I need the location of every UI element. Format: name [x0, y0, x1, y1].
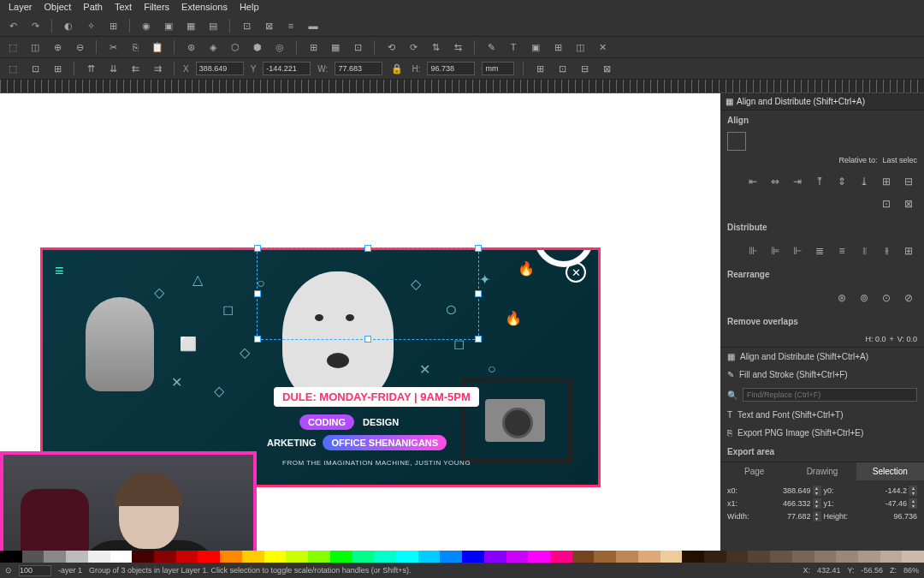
width-value[interactable]: 77.682	[787, 512, 811, 521]
rearrange-icon[interactable]: ⊙	[878, 289, 895, 307]
swatch[interactable]	[396, 551, 418, 563]
menu-text[interactable]: Text	[115, 2, 132, 14]
swatch[interactable]	[550, 551, 572, 563]
menu-help[interactable]: Help	[240, 2, 259, 14]
h-input[interactable]	[427, 62, 475, 75]
tool-icon[interactable]: ⊕	[50, 39, 65, 55]
tool-icon[interactable]: ⊞	[532, 61, 548, 76]
swatch[interactable]	[770, 551, 792, 563]
distribute-icon[interactable]: ⫵	[878, 242, 895, 259]
canvas[interactable]: ≡ ✕ ◇△ ◻○ ⬜◇ ◇○ ✦🔥 ◻○ ✕🔥 ✕◇ DULE: MONDAY…	[0, 93, 720, 560]
tool-icon[interactable]: ⬢	[250, 39, 265, 55]
tool-icon[interactable]: ▣	[528, 39, 543, 55]
color-palette[interactable]	[0, 551, 924, 563]
panel-find[interactable]: 🔍	[720, 384, 924, 406]
lock-icon[interactable]: ⊙	[5, 566, 12, 575]
tool-icon[interactable]: T	[506, 39, 521, 55]
swatch[interactable]	[242, 551, 264, 563]
tool-icon[interactable]: ◎	[272, 39, 287, 55]
rearrange-icon[interactable]: ⊘	[900, 289, 917, 307]
panel-text-font[interactable]: TText and Font (Shift+Ctrl+T)	[720, 406, 924, 424]
distribute-icon[interactable]: ⊪	[744, 242, 761, 259]
tool-icon[interactable]: ◈	[205, 39, 221, 55]
swatch[interactable]	[572, 551, 595, 563]
distribute-icon[interactable]: ≡	[833, 242, 850, 259]
tool-icon[interactable]: ⇅	[428, 39, 443, 55]
tool-icon[interactable]: ⊞	[105, 18, 121, 33]
tool-icon[interactable]: ⬡	[228, 39, 243, 55]
swatch[interactable]	[286, 551, 308, 563]
distribute-icon[interactable]: ≣	[811, 242, 828, 259]
tool-icon[interactable]: ◐	[61, 18, 76, 33]
x1-value[interactable]: 466.332	[783, 499, 811, 508]
swatch[interactable]	[418, 551, 441, 563]
tool-icon[interactable]: 📋	[150, 39, 165, 55]
swatch[interactable]	[704, 551, 726, 563]
y-input[interactable]	[263, 62, 311, 75]
distribute-icon[interactable]: ⫴	[856, 242, 873, 259]
tool-icon[interactable]: ⇇	[127, 61, 143, 76]
tool-icon[interactable]: ◫	[572, 39, 588, 55]
tool-icon[interactable]: ⟳	[406, 39, 421, 55]
relative-select[interactable]: Last selec	[882, 156, 917, 164]
panel-fill-stroke[interactable]: ✎Fill and Stroke (Shift+Ctrl+F)	[720, 366, 924, 384]
unit-select[interactable]	[482, 62, 514, 75]
align-right-icon[interactable]: ⇥	[789, 173, 806, 190]
tab-drawing[interactable]: Drawing	[788, 462, 856, 480]
align-top-icon[interactable]: ⤒	[811, 173, 828, 190]
tool-icon[interactable]: ⊡	[350, 39, 365, 55]
swatch[interactable]	[308, 551, 330, 563]
tool-icon[interactable]: ✧	[83, 18, 98, 33]
swatch[interactable]	[462, 551, 484, 563]
tool-icon[interactable]: ⎘	[127, 39, 143, 55]
tool-icon[interactable]: ⊠	[599, 61, 614, 76]
swatch[interactable]	[616, 551, 638, 563]
tool-icon[interactable]: ◫	[27, 39, 43, 55]
align-left-icon[interactable]: ⇤	[744, 173, 761, 190]
rearrange-icon[interactable]: ⊛	[833, 289, 850, 307]
x0-value[interactable]: 388.649	[783, 486, 811, 495]
layer-indicator[interactable]: -ayer 1	[58, 566, 82, 575]
swatch[interactable]	[902, 551, 924, 563]
find-input[interactable]	[743, 388, 917, 402]
swatch[interactable]	[374, 551, 396, 563]
swatch[interactable]	[22, 551, 44, 563]
tool-icon[interactable]: ▤	[205, 18, 221, 33]
tool-icon[interactable]: ⇊	[105, 61, 121, 76]
menu-layer[interactable]: Layer	[9, 2, 33, 14]
x-input[interactable]	[196, 62, 244, 75]
tool-icon[interactable]: ⊛	[183, 39, 198, 55]
swatch[interactable]	[682, 551, 704, 563]
tool-icon[interactable]: ⊞	[305, 39, 321, 55]
swatch[interactable]	[440, 551, 462, 563]
swatch[interactable]	[264, 551, 287, 563]
tool-icon[interactable]: ⟲	[383, 39, 399, 55]
tool-icon[interactable]: ✕	[595, 39, 610, 55]
menu-object[interactable]: Object	[44, 2, 72, 14]
swatch[interactable]	[110, 551, 133, 563]
swatch[interactable]	[506, 551, 529, 563]
tool-icon[interactable]: ↶	[5, 18, 21, 33]
swatch[interactable]	[352, 551, 375, 563]
tool-icon[interactable]: ⇈	[83, 61, 98, 76]
menu-extensions[interactable]: Extensions	[181, 2, 228, 14]
swatch[interactable]	[858, 551, 880, 563]
y0-value[interactable]: -144.2	[885, 486, 907, 495]
swatch[interactable]	[660, 551, 683, 563]
menu-filters[interactable]: Filters	[144, 2, 169, 14]
distribute-icon[interactable]: ⊞	[900, 242, 917, 259]
distribute-icon[interactable]: ⊫	[767, 242, 784, 259]
w-input[interactable]	[335, 62, 382, 75]
tool-icon[interactable]: ≡	[283, 18, 299, 33]
tool-icon[interactable]: ⊖	[72, 39, 87, 55]
tool-icon[interactable]: ⇉	[150, 61, 165, 76]
swatch[interactable]	[132, 551, 154, 563]
swatch[interactable]	[88, 551, 110, 563]
tool-icon[interactable]: ⊞	[50, 61, 65, 76]
tool-icon[interactable]: ⊡	[554, 61, 570, 76]
rearrange-icon[interactable]: ⊚	[856, 289, 873, 307]
align-bottom-icon[interactable]: ⤓	[856, 173, 873, 190]
swatch[interactable]	[484, 551, 506, 563]
tool-icon[interactable]: ▦	[328, 39, 343, 55]
align-icon[interactable]: ⊟	[900, 173, 917, 190]
